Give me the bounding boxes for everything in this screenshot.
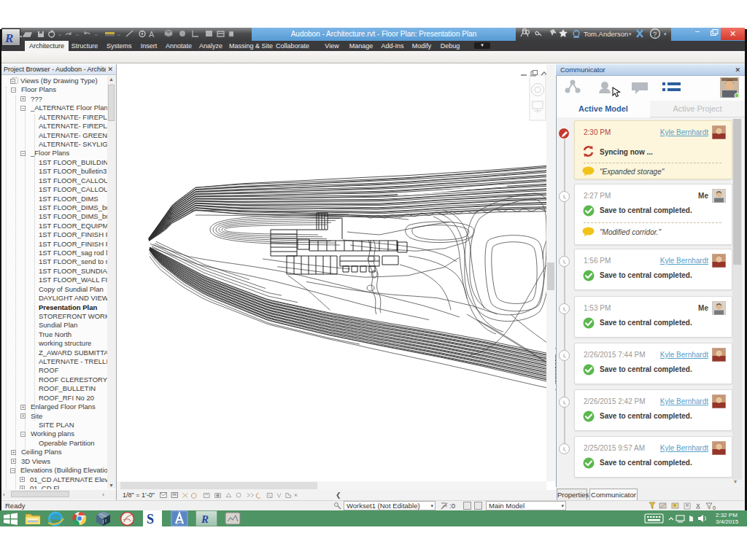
svg-text:Tom.Anderson: Tom.Anderson xyxy=(584,30,628,38)
svg-text:R: R xyxy=(201,513,209,525)
svg-text:?: ? xyxy=(653,30,657,38)
svg-text:A: A xyxy=(149,30,155,39)
svg-text:0: 0 xyxy=(713,505,716,510)
svg-text:▾: ▾ xyxy=(629,31,632,36)
svg-text:R: R xyxy=(4,31,13,45)
svg-text:▾: ▾ xyxy=(664,31,667,36)
svg-text:S: S xyxy=(147,512,154,526)
